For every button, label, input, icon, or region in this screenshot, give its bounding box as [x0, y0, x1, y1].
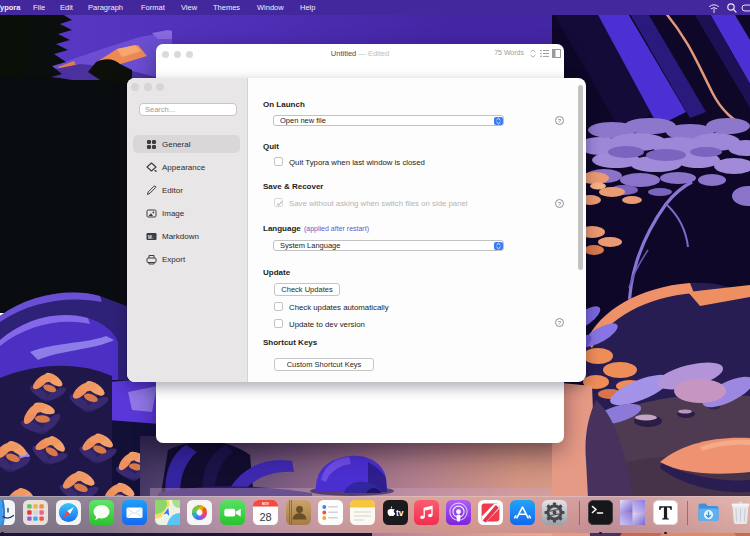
- svg-text:NOV: NOV: [261, 502, 269, 506]
- svg-text:M↓: M↓: [148, 235, 154, 240]
- svg-text:28: 28: [259, 511, 271, 523]
- svg-text:tv: tv: [396, 508, 404, 518]
